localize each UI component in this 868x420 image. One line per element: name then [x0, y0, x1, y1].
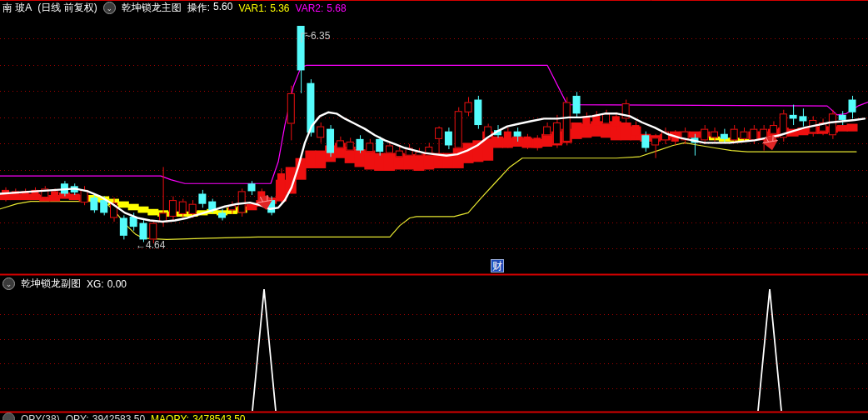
bottom-header: ⌄ OPY(38) OPY: 3942583.50 MAOPY: 3478543…	[2, 412, 246, 420]
chevron-down-icon[interactable]: ⌄	[2, 278, 15, 290]
opy-field: OPY: 3942583.50	[66, 413, 145, 420]
main-indicator-name[interactable]: 乾坤锁龙主图	[122, 1, 182, 15]
maopy-value: 3478543.50	[192, 413, 245, 420]
main-header: 南 玻А (日线 前复权) ⌄ 乾坤锁龙主图 操作: 5.60 VAR1: 5.…	[2, 1, 347, 15]
xg-field: XG: 0.00	[87, 278, 127, 290]
maopy-label: MAOPY:	[151, 413, 189, 420]
chevron-down-icon[interactable]: ⌄	[2, 412, 15, 420]
opy-value: 3942583.50	[92, 413, 145, 420]
caozuo-value: 5.60	[213, 1, 232, 15]
bottom-panel: ⌄ OPY(38) OPY: 3942583.50 MAOPY: 3478543…	[0, 412, 868, 420]
var2-label: VAR2:	[296, 2, 324, 14]
var1-field: VAR1: 5.36	[238, 2, 289, 14]
xg-label: XG:	[87, 278, 104, 290]
sub-indicator-name[interactable]: 乾坤锁龙副图	[21, 277, 81, 291]
high-price-label: ~6.35	[305, 30, 330, 42]
main-chart-canvas[interactable]	[0, 0, 868, 420]
stock-chart-window: 南 玻А (日线 前复权) ⌄ 乾坤锁龙主图 操作: 5.60 VAR1: 5.…	[0, 0, 868, 420]
caozuo-label: 操作:	[187, 1, 210, 15]
caozuo-field: 操作: 5.60	[187, 1, 233, 15]
period-label: (日线 前复权)	[37, 1, 97, 15]
opy-label: OPY:	[66, 413, 89, 420]
axis-date-badge: 财	[491, 259, 504, 272]
low-price-label: ←4.64	[136, 239, 165, 251]
var1-label: VAR1:	[238, 2, 267, 14]
chevron-down-icon[interactable]: ⌄	[103, 2, 116, 14]
xg-value: 0.00	[107, 278, 127, 290]
var1-value: 5.36	[270, 2, 289, 14]
var2-field: VAR2: 5.68	[296, 2, 347, 14]
maopy-field: MAOPY: 3478543.50	[151, 413, 245, 420]
sub-header: ⌄ 乾坤锁龙副图 XG: 0.00	[2, 277, 127, 291]
opy-indicator-name[interactable]: OPY(38)	[21, 413, 60, 420]
var2-value: 5.68	[327, 2, 346, 14]
symbol-name: 南 玻А	[2, 1, 32, 15]
